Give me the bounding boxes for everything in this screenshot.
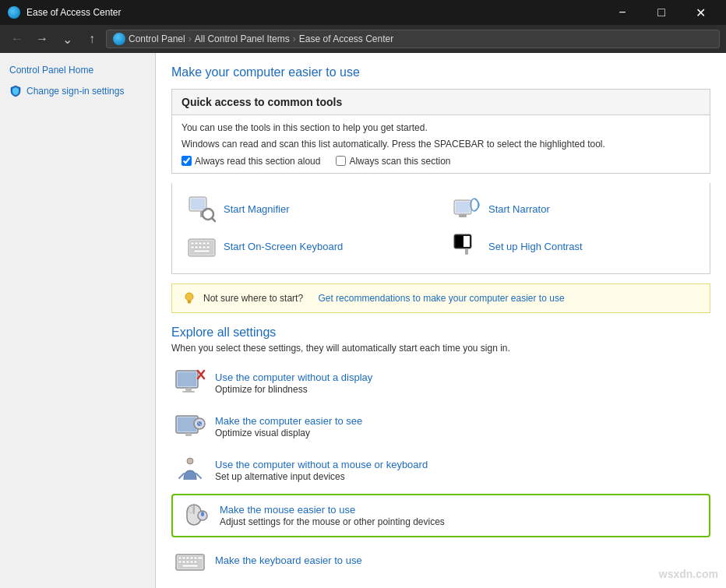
setting-easier-see-text: Make the computer easier to see Optimize… [215, 415, 362, 438]
svg-rect-19 [203, 246, 206, 248]
quick-access-desc1: You can use the tools in this section to… [182, 121, 700, 135]
svg-line-42 [179, 474, 184, 478]
contrast-icon [453, 233, 481, 261]
quick-access-desc2: Windows can read and scan this list auto… [182, 138, 700, 151]
checkbox-read-label: Always read this section aloud [195, 156, 320, 167]
dropdown-button[interactable]: ⌄ [56, 28, 78, 50]
svg-rect-51 [178, 557, 182, 559]
checkbox-always-read[interactable]: Always read this section aloud [182, 156, 320, 167]
svg-rect-46 [189, 506, 193, 513]
page-title: Make your computer easier to use [171, 65, 710, 79]
tools-grid: Start Magnifier Start Narrator [171, 183, 710, 274]
svg-line-43 [196, 474, 201, 478]
svg-rect-60 [190, 561, 193, 563]
svg-rect-31 [185, 388, 192, 391]
setting-easier-see-link[interactable]: Make the computer easier to see [215, 415, 362, 427]
quick-access-header: Quick access to common tools [172, 90, 710, 115]
main-container: Control Panel Home Change sign-in settin… [0, 53, 726, 588]
sidebar: Control Panel Home Change sign-in settin… [0, 53, 156, 588]
setting-no-display[interactable]: Use the computer without a display Optim… [171, 363, 710, 403]
sidebar-item-label: Change sign-in settings [26, 86, 124, 97]
hint-link[interactable]: Get recommendations to make your compute… [318, 293, 564, 304]
setting-mouse-link[interactable]: Make the mouse easier to use [220, 504, 445, 516]
no-display-icon [174, 368, 206, 399]
svg-rect-7 [459, 214, 467, 217]
shield-icon [9, 85, 22, 97]
svg-rect-21 [194, 250, 210, 252]
breadcrumb-ease: Ease of Access Center [299, 33, 393, 44]
sidebar-item-change-signin[interactable]: Change sign-in settings [6, 83, 149, 100]
setting-mouse[interactable]: Make the mouse easier to use Adjust sett… [171, 494, 710, 537]
svg-line-4 [212, 218, 215, 221]
title-bar-controls: − □ ✕ [604, 0, 718, 25]
svg-rect-25 [465, 248, 468, 255]
svg-rect-53 [186, 557, 189, 559]
hint-box: Not sure where to start? Get recommendat… [171, 283, 710, 313]
globe-icon [113, 33, 125, 45]
svg-rect-12 [195, 242, 198, 245]
svg-rect-37 [185, 433, 192, 436]
svg-rect-28 [188, 302, 191, 304]
keyboard2-icon [174, 545, 206, 576]
forward-button[interactable]: → [31, 28, 53, 50]
up-button[interactable]: ↑ [81, 28, 103, 50]
back-button[interactable]: ← [6, 28, 28, 50]
checkbox-read-input[interactable] [182, 156, 192, 166]
separator1: › [189, 33, 192, 44]
nav-bar: ← → ⌄ ↑ Control Panel › All Control Pane… [0, 25, 726, 53]
close-button[interactable]: ✕ [682, 0, 718, 25]
checkbox-scan-input[interactable] [336, 156, 346, 166]
tool-narrator[interactable]: Start Narrator [453, 195, 694, 224]
checkbox-row: Always read this section aloud Always sc… [182, 156, 700, 167]
setting-no-display-link[interactable]: Use the computer without a display [215, 371, 372, 383]
svg-rect-55 [194, 557, 197, 559]
tool-keyboard[interactable]: Start On-Screen Keyboard [188, 233, 429, 261]
svg-rect-18 [199, 246, 202, 248]
checkbox-scan-label: Always scan this section [349, 156, 450, 167]
setting-no-input[interactable]: Use the computer without a mouse or keyb… [171, 450, 710, 491]
checkbox-always-scan[interactable]: Always scan this section [336, 156, 450, 167]
svg-rect-27 [188, 301, 192, 302]
svg-rect-52 [182, 557, 185, 559]
setting-easier-see[interactable]: Make the computer easier to see Optimize… [171, 407, 710, 447]
svg-rect-62 [182, 565, 198, 567]
minimize-button[interactable]: − [604, 0, 640, 25]
setting-no-input-text: Use the computer without a mouse or keyb… [215, 459, 428, 482]
svg-rect-61 [194, 561, 197, 563]
tool-magnifier-label[interactable]: Start Magnifier [224, 203, 290, 215]
svg-rect-24 [463, 236, 470, 247]
quick-access-box: Quick access to common tools You can use… [171, 89, 710, 174]
svg-rect-14 [203, 242, 206, 245]
tool-magnifier[interactable]: Start Magnifier [188, 195, 429, 224]
setting-mouse-desc: Adjust settings for the mouse or other p… [220, 516, 445, 527]
magnifier-icon [188, 195, 216, 224]
svg-rect-32 [182, 391, 195, 393]
setting-no-display-desc: Optimize for blindness [215, 384, 372, 395]
svg-rect-1 [191, 199, 205, 209]
tool-contrast[interactable]: Set up High Contrast [453, 233, 694, 261]
setting-no-input-link[interactable]: Use the computer without a mouse or keyb… [215, 459, 428, 470]
svg-rect-11 [191, 242, 194, 245]
svg-rect-20 [206, 246, 210, 248]
title-bar: Ease of Access Center − □ ✕ [0, 0, 726, 25]
svg-rect-15 [206, 242, 210, 245]
quick-access-body: You can use the tools in this section to… [172, 115, 710, 173]
explore-subtitle: When you select these settings, they wil… [171, 343, 710, 354]
tool-contrast-label[interactable]: Set up High Contrast [488, 241, 583, 252]
no-input-icon [174, 455, 206, 486]
svg-point-41 [187, 458, 193, 464]
breadcrumb-all-items[interactable]: All Control Panel Items [195, 33, 290, 44]
setting-keyboard[interactable]: Make the keyboard easier to use [171, 540, 710, 581]
address-bar[interactable]: Control Panel › All Control Panel Items … [106, 30, 720, 48]
tool-keyboard-label[interactable]: Start On-Screen Keyboard [224, 241, 343, 252]
tool-narrator-label[interactable]: Start Narrator [488, 203, 550, 215]
breadcrumb-control-panel[interactable]: Control Panel [129, 33, 185, 44]
svg-point-26 [185, 293, 193, 301]
svg-rect-54 [190, 557, 193, 559]
separator2: › [293, 33, 296, 44]
setting-keyboard-link[interactable]: Make the keyboard easier to use [215, 555, 362, 566]
keyboard-icon [188, 233, 216, 261]
sidebar-item-control-panel-home[interactable]: Control Panel Home [6, 62, 149, 78]
maximize-button[interactable]: □ [643, 0, 679, 25]
easier-see-icon [174, 411, 206, 442]
